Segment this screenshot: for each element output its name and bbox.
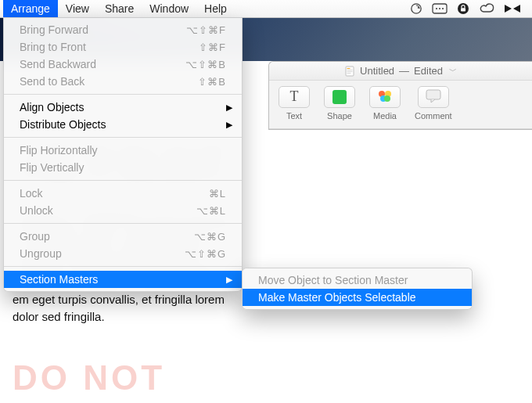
menubar-item-help[interactable]: Help bbox=[196, 0, 235, 17]
toolbar: T Text Shape Media Comment bbox=[269, 81, 532, 129]
creative-cloud-icon[interactable] bbox=[479, 3, 494, 14]
svg-point-15 bbox=[384, 95, 390, 102]
menu-group[interactable]: Group⌥⌘G bbox=[4, 228, 242, 245]
menu-lock[interactable]: Lock⌘L bbox=[4, 185, 242, 202]
menu-flip-vertically[interactable]: Flip Vertically bbox=[4, 159, 242, 176]
svg-rect-6 bbox=[461, 8, 466, 11]
document-window: Untitled — Edited ﹀ T Text Shape Media C… bbox=[268, 61, 532, 130]
svg-rect-11 bbox=[347, 73, 351, 74]
menubar-item-arrange[interactable]: Arrange bbox=[3, 0, 58, 17]
svg-rect-10 bbox=[347, 71, 353, 72]
toolbar-shape-button[interactable]: Shape bbox=[324, 86, 355, 121]
menu-send-backward[interactable]: Send Backward⌥⇧⌘B bbox=[4, 56, 242, 73]
menu-ungroup[interactable]: Ungroup⌥⇧⌘G bbox=[4, 245, 242, 262]
window-titlebar[interactable]: Untitled — Edited ﹀ bbox=[269, 62, 532, 81]
submenu-make-master-objects-selectable[interactable]: Make Master Objects Selectable bbox=[243, 289, 472, 306]
lock-icon[interactable] bbox=[457, 2, 469, 15]
window-status: Edited bbox=[414, 65, 443, 77]
sync-circle-icon[interactable] bbox=[410, 2, 422, 15]
window-title-sep: — bbox=[399, 65, 409, 77]
toolbar-comment-button[interactable]: Comment bbox=[415, 86, 452, 121]
menu-send-to-back[interactable]: Send to Back⇧⌘B bbox=[4, 73, 242, 90]
window-title: Untitled bbox=[360, 65, 394, 77]
document-icon bbox=[344, 66, 355, 77]
chevron-right-icon: ▶ bbox=[226, 275, 232, 285]
svg-point-2 bbox=[436, 8, 437, 9]
menu-distribute-objects[interactable]: Distribute Objects▶ bbox=[4, 116, 242, 133]
captions-icon[interactable] bbox=[432, 3, 448, 14]
bowtie-icon[interactable] bbox=[504, 4, 521, 13]
chevron-right-icon: ▶ bbox=[226, 103, 232, 113]
text-icon: T bbox=[290, 88, 299, 105]
section-masters-submenu: Move Object to Section Master Make Maste… bbox=[242, 268, 473, 310]
menubar: Arrange View Share Window Help bbox=[0, 0, 532, 18]
menubar-item-window[interactable]: Window bbox=[142, 0, 196, 17]
svg-point-3 bbox=[439, 8, 440, 9]
menu-align-objects[interactable]: Align Objects▶ bbox=[4, 99, 242, 116]
menu-section-masters[interactable]: Section Masters ▶ Move Object to Section… bbox=[4, 271, 242, 288]
menu-unlock[interactable]: Unlock⌥⌘L bbox=[4, 202, 242, 219]
submenu-move-to-section-master[interactable]: Move Object to Section Master bbox=[243, 272, 472, 289]
chevron-down-icon[interactable]: ﹀ bbox=[449, 66, 457, 77]
menubar-item-share[interactable]: Share bbox=[97, 0, 142, 17]
comment-icon bbox=[426, 89, 441, 105]
watermark-text: DO NOT bbox=[13, 358, 165, 398]
menu-bring-to-front[interactable]: Bring to Front⇧⌘F bbox=[4, 38, 242, 56]
media-icon bbox=[376, 88, 394, 106]
toolbar-media-button[interactable]: Media bbox=[369, 86, 401, 121]
chevron-right-icon: ▶ bbox=[226, 120, 232, 130]
svg-rect-8 bbox=[347, 68, 350, 69]
menu-bring-forward[interactable]: Bring Forward⌥⇧⌘F bbox=[4, 21, 242, 38]
svg-point-4 bbox=[442, 8, 444, 9]
shape-icon bbox=[332, 90, 347, 104]
menubar-item-view[interactable]: View bbox=[58, 0, 97, 17]
menu-flip-horizontally[interactable]: Flip Horizontally bbox=[4, 142, 242, 159]
svg-rect-9 bbox=[347, 70, 353, 70]
toolbar-text-button[interactable]: T Text bbox=[279, 86, 310, 121]
arrange-menu: Bring Forward⌥⇧⌘F Bring to Front⇧⌘F Send… bbox=[3, 17, 243, 292]
svg-rect-16 bbox=[426, 90, 440, 99]
